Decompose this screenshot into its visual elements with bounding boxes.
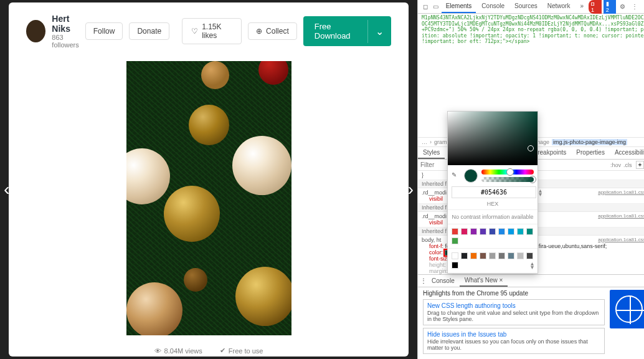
tab-overflow[interactable]: » (575, 0, 588, 13)
palette-swatch[interactable] (452, 237, 458, 244)
palette-swatch[interactable] (452, 252, 458, 259)
whatsnew-graphic (610, 290, 644, 328)
close-icon[interactable]: ✕ (14, 11, 27, 25)
collect-button[interactable]: ⊕ Collect (248, 22, 297, 40)
heart-icon: ♡ (191, 27, 198, 36)
drawer-close-icon[interactable]: ✕ (641, 277, 644, 284)
likes-count: 1.15K likes (202, 22, 232, 40)
palette-swatch[interactable] (461, 228, 468, 235)
drawer-menu-icon[interactable]: ⋮ (420, 277, 427, 284)
eyedropper-icon[interactable]: ✎ (452, 171, 460, 180)
tab-network[interactable]: Network (543, 0, 575, 13)
palette-row-2[interactable]: ▴▾ (448, 248, 537, 273)
download-button[interactable]: Free Download ⌄ (303, 16, 391, 46)
photo-modal: Hert Niks 863 followers Follow Donate ♡ … (9, 2, 409, 357)
palette-swatch[interactable] (470, 252, 477, 259)
palette-swatch[interactable] (480, 252, 486, 259)
palette-swatch[interactable] (489, 228, 496, 235)
palette-swatch[interactable] (452, 262, 458, 269)
palette-toggle-icon[interactable]: ▴▾ (531, 262, 534, 269)
error-badge[interactable]: ◘ 1 (589, 0, 602, 14)
hov-toggle[interactable]: :hov (610, 162, 621, 168)
palette-swatch[interactable] (480, 228, 486, 235)
contrast-info: No contrast information available (448, 209, 537, 224)
license-label: Free to use (229, 347, 263, 355)
follow-button[interactable]: Follow (85, 22, 123, 40)
hex-label: HEX (448, 201, 537, 209)
tab-close-icon[interactable]: × (500, 277, 503, 284)
palette-swatch[interactable] (452, 228, 458, 235)
kebab-icon[interactable]: ⋮ (630, 2, 640, 12)
properties-tab[interactable]: Properties (571, 147, 610, 159)
palette-swatch[interactable] (517, 252, 524, 259)
gear-icon[interactable]: ⚙ (618, 2, 628, 12)
palette[interactable] (448, 224, 537, 248)
avatar[interactable] (26, 20, 45, 42)
whatsnew-card[interactable]: Hide issues in the Issues tabHide irrele… (423, 328, 605, 354)
new-rule-button[interactable]: + (636, 161, 644, 169)
plus-circle-icon: ⊕ (256, 27, 262, 36)
hue-slider[interactable] (481, 170, 534, 175)
saturation-field[interactable] (448, 112, 537, 165)
drawer-console-tab[interactable]: Console (427, 275, 460, 286)
devtools-tabs: Elements Console Sources Network » (442, 0, 588, 13)
tab-console[interactable]: Console (477, 0, 509, 13)
palette-swatch[interactable] (508, 252, 514, 259)
palette-swatch[interactable] (526, 252, 533, 259)
devtools-close-icon[interactable]: ✕ (642, 2, 644, 12)
tab-elements[interactable]: Elements (442, 0, 476, 13)
palette-swatch[interactable] (470, 228, 477, 235)
drawer-headline: Highlights from the Chrome 95 update (423, 290, 605, 297)
donate-button[interactable]: Donate (129, 22, 169, 40)
check-icon: ✔ (220, 347, 225, 355)
palette-swatch[interactable] (498, 252, 505, 259)
alpha-slider[interactable] (481, 177, 534, 182)
color-picker[interactable]: ✎ ▴▾ HEX No contrast information availab… (447, 111, 538, 274)
eye-icon: 👁 (154, 347, 161, 355)
palette-swatch[interactable] (489, 252, 496, 259)
styles-tab[interactable]: Styles (418, 147, 445, 159)
device-toggle-icon[interactable]: ▭ (431, 2, 441, 12)
palette-swatch[interactable] (526, 228, 533, 235)
chevron-down-icon[interactable]: ⌄ (367, 20, 391, 43)
followers-label: 863 followers (52, 34, 78, 49)
drawer-whatsnew-tab[interactable]: What's New × (460, 275, 508, 287)
tab-sources[interactable]: Sources (510, 0, 542, 13)
current-color-swatch (464, 169, 478, 183)
hex-input[interactable] (452, 186, 536, 198)
palette-swatch[interactable] (517, 228, 524, 235)
inspect-icon[interactable]: ◻ (420, 2, 430, 12)
accessibility-tab[interactable]: Accessibility (610, 147, 644, 159)
cls-toggle[interactable]: .cls (623, 162, 632, 168)
main-photo[interactable] (126, 61, 291, 335)
prev-arrow-icon[interactable]: ‹ (4, 180, 9, 199)
user-name[interactable]: Hert Niks (52, 14, 78, 34)
palette-swatch[interactable] (508, 228, 514, 235)
likes-button[interactable]: ♡ 1.15K likes (182, 18, 242, 44)
next-arrow-icon[interactable]: › (408, 180, 414, 199)
info-badge[interactable]: ▮ 2 (604, 0, 616, 14)
format-toggle-icon[interactable]: ▴▾ (539, 189, 542, 196)
palette-swatch[interactable] (461, 252, 468, 259)
views-label: 8.04M views (164, 347, 202, 355)
palette-swatch[interactable] (498, 228, 505, 235)
whatsnew-card[interactable]: New CSS length authoring toolsDrag to ch… (423, 299, 605, 325)
